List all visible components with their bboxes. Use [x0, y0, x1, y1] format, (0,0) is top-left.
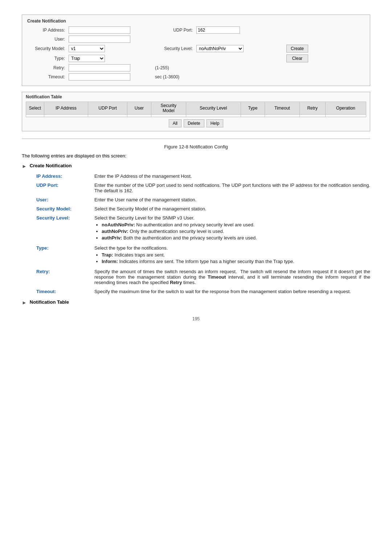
create-notification-heading-text: Create Notification: [30, 163, 72, 168]
notification-table-title: Notification Table: [26, 94, 366, 99]
security-level-label: Security Level:: [155, 46, 195, 51]
def-timeout-term: Timeout:: [36, 289, 94, 294]
help-button[interactable]: Help: [207, 119, 224, 127]
retry-label: Retry:: [27, 65, 67, 70]
col-security-level: Security Level: [186, 102, 241, 115]
notification-table-heading-text: Notification Table: [30, 299, 69, 305]
retry-input[interactable]: [69, 64, 130, 71]
type-label: Type:: [27, 56, 67, 61]
figure-caption: Figure 12-8 Notification Config: [22, 144, 370, 149]
user-input[interactable]: [69, 36, 130, 43]
ip-address-input[interactable]: [69, 26, 130, 34]
table-buttons: All Delete Help: [26, 119, 366, 127]
def-security-level-term: Security Level:: [36, 215, 94, 221]
col-udp-port: UDP Port: [88, 102, 127, 115]
user-label: User:: [27, 37, 67, 42]
def-security-level-desc: Select the Security Level for the SNMP v…: [94, 215, 370, 242]
all-button[interactable]: All: [169, 119, 181, 127]
page-number: 195: [22, 316, 370, 321]
def-udp-port: UDP Port: Enter the number of the UDP po…: [36, 182, 370, 193]
def-udp-port-desc: Enter the number of the UDP port used to…: [94, 182, 370, 193]
col-user: User: [127, 102, 151, 115]
arrow-icon: ►: [22, 163, 27, 169]
type-select[interactable]: Trap Inform: [69, 55, 105, 62]
col-security-model: SecurityModel: [151, 102, 186, 115]
def-retry-desc: Specify the amount of times the switch r…: [94, 269, 370, 285]
def-user-term: User:: [36, 197, 94, 202]
def-type-desc: Select the type for the notifications. T…: [94, 245, 370, 265]
def-ip-address-term: IP Address:: [36, 173, 94, 179]
col-retry: Retry: [299, 102, 325, 115]
timeout-label: Timeout:: [27, 74, 67, 79]
arrow-icon-2: ►: [22, 300, 27, 305]
security-model-select[interactable]: v1 v2c v3: [69, 45, 105, 52]
col-ip-address: IP Address: [44, 102, 88, 115]
def-timeout-desc: Specify the maximum time for the switch …: [94, 289, 370, 294]
retry-hint: (1-255): [155, 65, 195, 70]
def-user: User: Enter the User name of the managem…: [36, 197, 370, 202]
udp-port-label: UDP Port:: [155, 28, 195, 33]
delete-button[interactable]: Delete: [184, 119, 204, 127]
def-type: Type: Select the type for the notificati…: [36, 245, 370, 265]
def-security-model: Security Model: Select the Security Mode…: [36, 206, 370, 212]
timeout-hint: sec (1-3600): [155, 74, 195, 79]
def-ip-address: IP Address: Enter the IP Address of the …: [36, 173, 370, 179]
create-notification-box: Create Notification IP Address: UDP Port…: [22, 15, 370, 86]
col-timeout: Timeout: [265, 102, 299, 115]
def-security-model-term: Security Model:: [36, 206, 94, 212]
create-notification-heading: ► Create Notification: [22, 163, 370, 169]
create-notification-defs: IP Address: Enter the IP Address of the …: [36, 173, 370, 294]
def-retry: Retry: Specify the amount of times the s…: [36, 269, 370, 285]
notification-table: Select IP Address UDP Port User Security…: [26, 102, 366, 117]
col-select[interactable]: Select: [26, 102, 44, 115]
def-retry-term: Retry:: [36, 269, 94, 274]
clear-button[interactable]: Clear: [286, 54, 308, 62]
description-intro: The following entries are displayed on t…: [22, 153, 370, 159]
col-type: Type: [241, 102, 265, 115]
notification-table-box: Notification Table Select IP Address UDP…: [22, 92, 370, 131]
def-security-model-desc: Select the Security Model of the managem…: [94, 206, 370, 212]
ip-address-label: IP Address:: [27, 28, 67, 33]
def-udp-port-term: UDP Port:: [36, 182, 94, 188]
def-security-level: Security Level: Select the Security Leve…: [36, 215, 370, 242]
udp-port-input[interactable]: [196, 26, 240, 34]
security-model-label: Security Model:: [27, 46, 67, 51]
def-user-desc: Enter the User name of the management st…: [94, 197, 370, 202]
timeout-input[interactable]: [69, 73, 130, 81]
def-type-term: Type:: [36, 245, 94, 251]
create-notification-title: Create Notification: [27, 19, 365, 24]
security-level-select[interactable]: noAuthNoPriv authNoPriv authPriv: [196, 45, 244, 52]
def-timeout: Timeout: Specify the maximum time for th…: [36, 289, 370, 294]
col-operation: Operation: [325, 102, 366, 115]
top-divider: [22, 139, 370, 139]
notification-table-heading: ► Notification Table: [22, 299, 370, 305]
create-button[interactable]: Create: [286, 45, 308, 53]
def-ip-address-desc: Enter the IP Address of the management H…: [94, 173, 370, 179]
table-row: [26, 115, 366, 117]
create-notification-form: IP Address: UDP Port: User: Security Mod…: [27, 26, 365, 81]
